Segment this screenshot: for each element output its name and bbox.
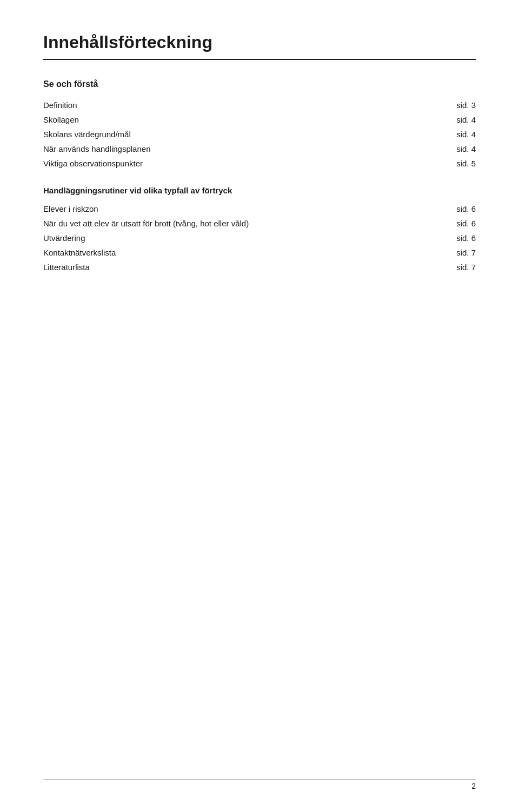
list-item: Skolans värdegrund/mål sid. 4	[43, 127, 476, 142]
toc-item-label: Definition	[43, 98, 432, 112]
page-title: Innehållsförteckning	[43, 32, 476, 52]
list-item: Elever i riskzon sid. 6	[43, 202, 476, 216]
toc-item-page: sid. 6	[432, 202, 476, 216]
list-item: Utvärdering sid. 6	[43, 231, 476, 245]
toc-item-page: sid. 5	[432, 156, 476, 171]
section1-heading: Se och förstå	[43, 79, 476, 89]
toc-item-page: sid. 4	[432, 112, 476, 127]
page-container: Innehållsförteckning Se och förstå Defin…	[0, 0, 519, 812]
list-item: När du vet att elev är utsatt för brott …	[43, 216, 476, 231]
bottom-divider	[43, 779, 476, 780]
toc-item-page: sid. 6	[432, 231, 476, 245]
toc-item-label: Skollagen	[43, 112, 432, 127]
toc-item-label: Litteraturlista	[43, 260, 432, 274]
section2-break: Handläggningsrutiner vid olika typfall a…	[43, 182, 476, 197]
toc-item-label: Utvärdering	[43, 231, 432, 245]
page-number-footer: 2	[471, 782, 476, 790]
toc-item-page: sid. 4	[432, 127, 476, 142]
list-item: Kontaktnätverkslista sid. 7	[43, 245, 476, 260]
toc-item-label: När du vet att elev är utsatt för brott …	[43, 216, 432, 231]
toc-item-label: Kontaktnätverkslista	[43, 245, 432, 260]
toc-table-section1: Definition sid. 3 Skollagen sid. 4 Skola…	[43, 98, 476, 171]
toc-item-label: Skolans värdegrund/mål	[43, 127, 432, 142]
section2-heading: Handläggningsrutiner vid olika typfall a…	[43, 182, 476, 197]
toc-item-page: sid. 7	[432, 245, 476, 260]
toc-item-page: sid. 4	[432, 142, 476, 156]
toc-item-page: sid. 6	[432, 216, 476, 231]
list-item: Skollagen sid. 4	[43, 112, 476, 127]
toc-item-page: sid. 3	[432, 98, 476, 112]
title-divider	[43, 59, 476, 60]
list-item: Definition sid. 3	[43, 98, 476, 112]
toc-item-label: När används handlingsplanen	[43, 142, 432, 156]
toc-item-label: Viktiga observationspunkter	[43, 156, 432, 171]
toc-item-label: Elever i riskzon	[43, 202, 432, 216]
list-item: Viktiga observationspunkter sid. 5	[43, 156, 476, 171]
list-item: Litteraturlista sid. 7	[43, 260, 476, 274]
list-item: När används handlingsplanen sid. 4	[43, 142, 476, 156]
toc-table-section2: Elever i riskzon sid. 6 När du vet att e…	[43, 202, 476, 274]
toc-item-page: sid. 7	[432, 260, 476, 274]
